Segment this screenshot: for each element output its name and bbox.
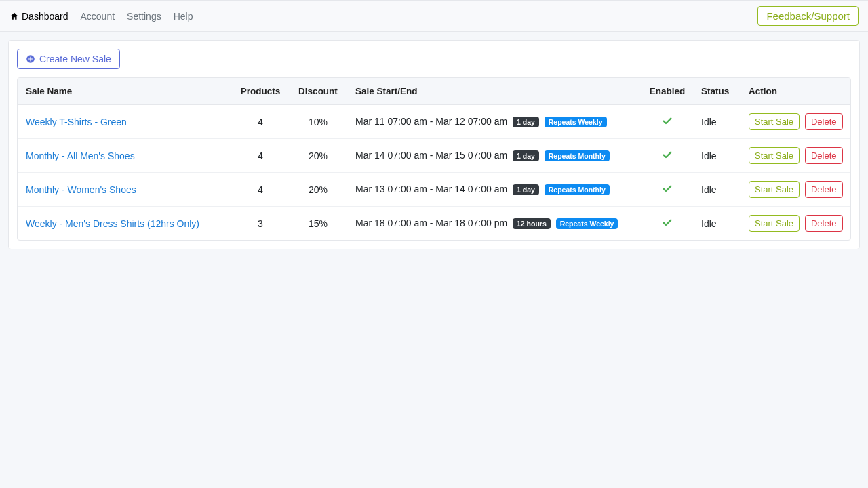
check-icon [662,115,673,126]
sales-table-wrap: Sale Name Products Discount Sale Start/E… [17,77,851,241]
start-sale-button[interactable]: Start Sale [749,113,800,130]
duration-badge: 12 hours [513,218,551,229]
delete-sale-button[interactable]: Delete [805,147,843,164]
check-icon [662,183,673,194]
cell-action: Start Sale Delete [742,105,850,139]
col-start: Sale Start/End [349,78,640,105]
cell-discount: 20% [288,173,349,207]
nav-settings[interactable]: Settings [127,11,161,22]
col-enabled: Enabled [640,78,694,105]
home-icon [9,12,19,21]
cell-enabled [640,207,694,241]
plus-circle-icon [26,54,35,64]
col-products: Products [233,78,288,105]
feedback-button[interactable]: Feedback/Support [757,6,859,26]
create-sale-label: Create New Sale [39,54,111,64]
repeat-badge: Repeats Weekly [556,218,618,229]
nav-help[interactable]: Help [174,11,193,22]
sales-table: Sale Name Products Discount Sale Start/E… [18,78,850,240]
col-status: Status [694,78,742,105]
repeat-badge: Repeats Monthly [545,184,610,195]
nav-dashboard[interactable]: Dashboard [9,11,68,22]
start-sale-button[interactable]: Start Sale [749,147,800,164]
create-sale-button[interactable]: Create New Sale [17,49,120,69]
repeat-badge: Repeats Weekly [545,117,607,127]
col-name: Sale Name [18,78,233,105]
duration-badge: 1 day [513,184,539,195]
cell-status: Idle [694,105,742,139]
cell-action: Start Sale Delete [742,173,850,207]
start-sale-button[interactable]: Start Sale [749,181,800,198]
nav-left: Dashboard Account Settings Help [9,11,193,22]
cell-enabled [640,139,694,173]
table-row: Monthly - Women's Shoes 4 20% Mar 13 07:… [18,173,850,207]
cell-products: 4 [233,173,288,207]
delete-sale-button[interactable]: Delete [805,113,843,130]
table-row: Monthly - All Men's Shoes 4 20% Mar 14 0… [18,139,850,173]
duration-badge: 1 day [513,150,539,161]
sales-panel: Create New Sale Sale Name Products Disco… [8,40,860,249]
table-row: Weekly - Men's Dress Shirts (12hrs Only)… [18,207,850,241]
nav-dashboard-label: Dashboard [22,11,68,22]
duration-badge: 1 day [513,117,539,127]
col-action: Action [742,78,850,105]
cell-discount: 20% [288,139,349,173]
cell-status: Idle [694,207,742,241]
start-sale-button[interactable]: Start Sale [749,215,800,232]
check-icon [662,149,673,160]
delete-sale-button[interactable]: Delete [805,181,843,198]
delete-sale-button[interactable]: Delete [805,215,843,232]
sale-name-link[interactable]: Monthly - Women's Shoes [26,184,136,195]
cell-schedule: Mar 13 07:00 am - Mar 14 07:00 am 1 day … [349,173,640,207]
cell-schedule: Mar 18 07:00 am - Mar 18 07:00 pm 12 hou… [349,207,640,241]
cell-discount: 15% [288,207,349,241]
repeat-badge: Repeats Monthly [545,150,610,161]
nav-account[interactable]: Account [81,11,115,22]
cell-products: 4 [233,105,288,139]
cell-status: Idle [694,173,742,207]
check-icon [662,217,673,228]
cell-action: Start Sale Delete [742,207,850,241]
cell-enabled [640,105,694,139]
cell-status: Idle [694,139,742,173]
cell-schedule: Mar 14 07:00 am - Mar 15 07:00 am 1 day … [349,139,640,173]
sale-name-link[interactable]: Monthly - All Men's Shoes [26,150,135,161]
date-range: Mar 13 07:00 am - Mar 14 07:00 am [355,184,507,195]
date-range: Mar 18 07:00 am - Mar 18 07:00 pm [355,218,507,228]
cell-enabled [640,173,694,207]
top-nav: Dashboard Account Settings Help Feedback… [0,0,868,32]
sale-name-link[interactable]: Weekly - Men's Dress Shirts (12hrs Only) [26,218,199,229]
cell-products: 3 [233,207,288,241]
cell-discount: 10% [288,105,349,139]
cell-schedule: Mar 11 07:00 am - Mar 12 07:00 am 1 day … [349,105,640,139]
table-row: Weekly T-Shirts - Green 4 10% Mar 11 07:… [18,105,850,139]
cell-action: Start Sale Delete [742,139,850,173]
date-range: Mar 11 07:00 am - Mar 12 07:00 am [355,116,507,127]
date-range: Mar 14 07:00 am - Mar 15 07:00 am [355,150,507,161]
col-discount: Discount [288,78,349,105]
cell-products: 4 [233,139,288,173]
sale-name-link[interactable]: Weekly T-Shirts - Green [26,117,127,127]
